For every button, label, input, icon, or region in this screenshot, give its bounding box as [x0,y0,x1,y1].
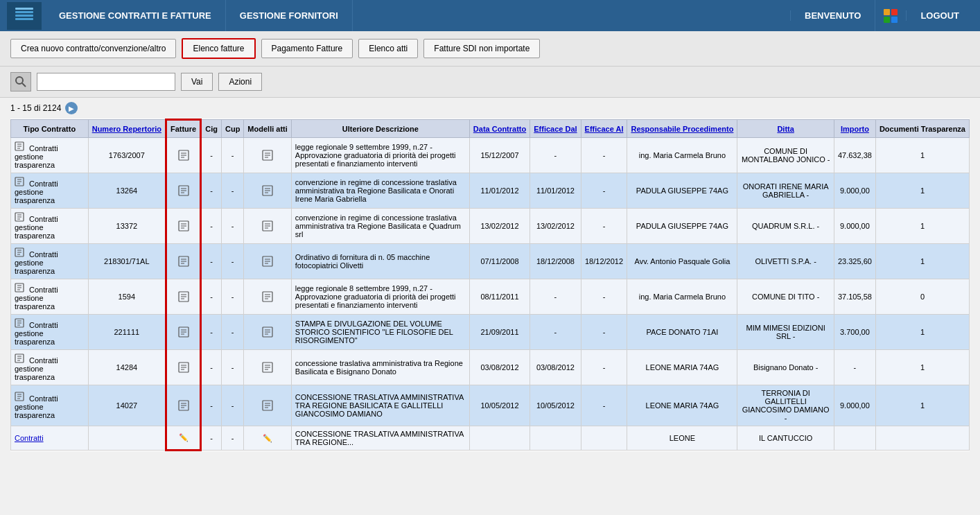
table-container: Tipo Contratto Numero Repertorio Fatture… [0,119,980,462]
modelli-atti-cell[interactable] [244,315,291,350]
fatture-cell[interactable] [166,385,200,426]
col-efficace-al[interactable]: Efficace Al [581,120,627,138]
modelli-edit-icon[interactable] [261,290,274,304]
modelli-atti-cell[interactable] [244,209,291,244]
importo-cell: 23.325,60 [834,244,875,279]
data-contratto-cell [469,426,530,451]
modelli-edit-icon[interactable] [261,148,274,162]
col-modelli-atti: Modelli atti [244,120,291,138]
tipo-contratto-cell: Contratti gestione trasparenza [11,315,89,350]
importo-cell: 9.000,00 [834,209,875,244]
numero-repertorio-cell: 221111 [88,315,166,350]
modelli-edit-icon[interactable] [261,399,274,412]
tipo-contratto-cell: Contratti gestione trasparenza [11,350,89,385]
search-input[interactable] [37,73,175,91]
svg-rect-7 [891,17,898,23]
fatture-cell[interactable] [166,138,200,173]
row-edit-icon[interactable] [15,141,24,152]
modelli-atti-cell[interactable] [244,350,291,385]
elenco-atti-button[interactable]: Elenco atti [358,39,418,58]
fatture-cell[interactable] [166,209,200,244]
modelli-edit-icon[interactable] [261,184,274,198]
efficace-dal-cell: - [530,315,581,350]
modelli-edit-icon[interactable] [261,254,274,268]
svg-rect-6 [884,17,890,23]
modelli-atti-cell[interactable] [244,279,291,315]
row-edit-icon[interactable] [15,353,24,365]
header-icon-button[interactable] [875,0,906,31]
col-data-contratto[interactable]: Data Contratto [469,120,530,138]
col-numero-repertorio[interactable]: Numero Repertorio [88,120,166,138]
modelli-edit-icon[interactable] [261,325,274,339]
modelli-edit-icon[interactable] [261,219,274,233]
logout-button[interactable]: LOGOUT [906,10,973,21]
header-logo [7,2,42,30]
cig-cell: - [201,350,222,385]
nav-gestione-fornitori[interactable]: GESTIONE FORNITORI [226,0,353,31]
efficace-dal-cell: 10/05/2012 [530,385,581,426]
fatture-cell[interactable] [166,279,200,315]
pagamento-fatture-button[interactable]: Pagamento Fatture [261,39,353,58]
row-edit-icon[interactable] [15,318,24,329]
efficace-al-cell: - [581,279,627,315]
data-contratto-cell: 03/08/2012 [469,350,530,385]
fatture-edit-icon[interactable] [177,360,191,374]
fatture-edit-icon[interactable] [177,219,191,233]
col-ulteriore-descrizione: Ulteriore Descrizione [291,120,469,138]
crea-nuovo-button[interactable]: Crea nuovo contratto/convenzione/altro [10,39,176,58]
elenco-fatture-button[interactable]: Elenco fatture [182,38,255,59]
fatture-edit-icon[interactable] [177,184,191,198]
cup-cell: - [221,173,243,209]
fatture-cell[interactable] [166,350,200,385]
tipo-contratto-cell[interactable]: Contratti [11,426,89,451]
importo-cell: 9.000,00 [834,173,875,209]
fatture-cell[interactable] [166,173,200,209]
modelli-edit-icon[interactable] [261,360,274,374]
row-edit-icon[interactable] [15,392,24,403]
modelli-atti-cell[interactable] [244,138,291,173]
row-edit-icon[interactable] [15,283,24,294]
numero-repertorio-cell: 13372 [88,209,166,244]
pagination-next-button[interactable]: ▶ [65,102,78,114]
descrizione-cell: CONCESSIONE TRASLATIVA AMMINISTRATIVA TR… [291,385,469,426]
azioni-button[interactable]: Azioni [218,73,262,91]
vai-button[interactable]: Vai [181,73,213,91]
data-contratto-cell: 10/05/2012 [469,385,530,426]
cig-cell: - [201,209,222,244]
col-efficace-dal[interactable]: Efficace Dal [530,120,581,138]
search-icon-button[interactable] [10,72,31,91]
fatture-edit-icon[interactable] [177,325,191,339]
modelli-atti-cell[interactable] [244,173,291,209]
fatture-edit-icon[interactable]: ✏️ [177,431,191,445]
header: GESTIONE CONTRATTI E FATTURE GESTIONE FO… [0,0,980,31]
fatture-cell[interactable] [166,244,200,279]
row-edit-icon[interactable] [15,212,24,223]
modelli-edit-icon[interactable]: ✏️ [261,431,274,445]
fatture-edit-icon[interactable] [177,254,191,268]
table-row: Contratti gestione trasparenza 13372 - -… [11,209,970,244]
fatture-edit-icon[interactable] [177,290,191,304]
modelli-atti-cell[interactable]: ✏️ [244,426,291,451]
descrizione-cell: legge regionale 9 settembre 1999, n.27 -… [291,138,469,173]
fatture-cell[interactable]: ✏️ [166,426,200,451]
row-edit-icon[interactable] [15,177,24,188]
nav-gestione-contratti[interactable]: GESTIONE CONTRATTI E FATTURE [45,0,226,31]
data-contratto-cell: 08/11/2011 [469,279,530,315]
modelli-atti-cell[interactable] [244,244,291,279]
fatture-cell[interactable] [166,315,200,350]
fatture-edit-icon[interactable] [177,148,191,162]
row-edit-icon[interactable] [15,247,24,259]
col-ditta[interactable]: Ditta [737,120,834,138]
tipo-contratto-cell: Contratti gestione trasparenza [11,138,89,173]
documenti-cell: 1 [875,244,969,279]
fatture-edit-icon[interactable] [177,399,191,412]
fatture-sdi-button[interactable]: Fatture SDI non importate [423,39,540,58]
cup-cell: - [221,279,243,315]
col-importo[interactable]: Importo [834,120,875,138]
responsabile-cell: PADULA GIUSEPPE 74AG [627,173,737,209]
col-responsabile[interactable]: Responsabile Procedimento [627,120,737,138]
modelli-atti-cell[interactable] [244,385,291,426]
table-row: Contratti gestione trasparenza 218301/71… [11,244,970,279]
ditta-cell: QUADRUM S.R.L. - [737,209,834,244]
responsabile-cell: LEONE MARIA 74AG [627,350,737,385]
